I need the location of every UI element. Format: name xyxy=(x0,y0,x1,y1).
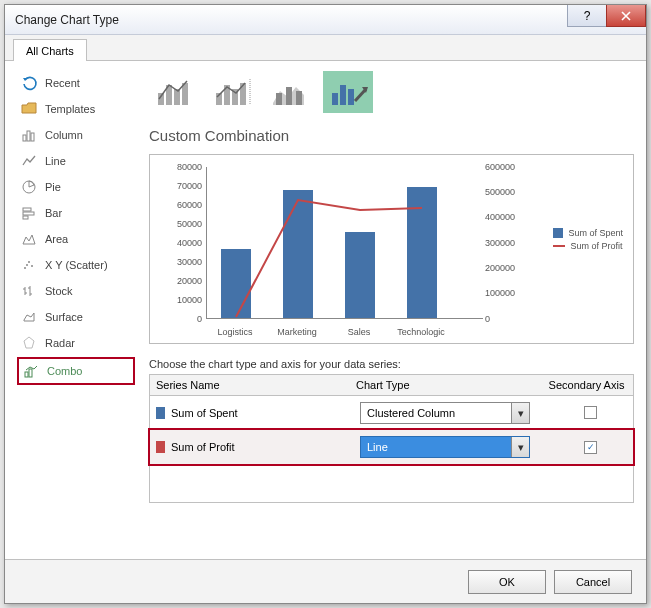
sidebar-item-recent[interactable]: Recent xyxy=(17,71,135,95)
sidebar-item-label: Templates xyxy=(45,103,95,115)
dialog-footer: OK Cancel xyxy=(5,559,646,603)
secondary-axis-checkbox-spent[interactable] xyxy=(584,406,597,419)
legend-label: Sum of Profit xyxy=(570,241,622,251)
choose-series-label: Choose the chart type and axis for your … xyxy=(149,358,634,370)
svg-point-9 xyxy=(31,265,33,267)
svg-rect-22 xyxy=(276,93,282,105)
pie-chart-icon xyxy=(21,179,37,195)
sidebar-item-templates[interactable]: Templates xyxy=(17,97,135,121)
series-grid: Series Name Chart Type Secondary Axis Su… xyxy=(149,374,634,503)
grid-header-type: Chart Type xyxy=(350,375,540,395)
series-row-spent: Sum of Spent Clustered Column ▾ xyxy=(150,396,633,430)
series-name-label: Sum of Profit xyxy=(171,441,235,453)
sidebar-item-label: Line xyxy=(45,155,66,167)
sidebar-item-line[interactable]: Line xyxy=(17,149,135,173)
sidebar-item-label: Bar xyxy=(45,207,62,219)
grid-header-series: Series Name xyxy=(150,375,350,395)
svg-rect-23 xyxy=(286,87,292,105)
line-chart-icon xyxy=(21,153,37,169)
sidebar-item-surface[interactable]: Surface xyxy=(17,305,135,329)
sidebar-item-pie[interactable]: Pie xyxy=(17,175,135,199)
svg-point-10 xyxy=(26,264,28,266)
x-tick-label: Marketing xyxy=(277,327,317,337)
sidebar-item-label: Surface xyxy=(45,311,83,323)
svg-rect-26 xyxy=(340,85,346,105)
y2-tick-label: 200000 xyxy=(485,263,525,273)
sidebar-item-label: Recent xyxy=(45,77,80,89)
sidebar-item-label: Column xyxy=(45,129,83,141)
svg-rect-12 xyxy=(29,369,32,377)
ok-button[interactable]: OK xyxy=(468,570,546,594)
svg-rect-5 xyxy=(23,212,34,215)
x-tick-label: Logistics xyxy=(217,327,252,337)
chart-legend: Sum of Spent Sum of Profit xyxy=(553,225,623,254)
stock-chart-icon xyxy=(21,283,37,299)
chart-type-select-profit[interactable]: Line ▾ xyxy=(360,436,530,458)
column-chart-icon xyxy=(21,127,37,143)
svg-rect-4 xyxy=(23,208,31,211)
series-row-profit: Sum of Profit Line ▾ ✓ xyxy=(150,430,633,464)
bar-chart-icon xyxy=(21,205,37,221)
sidebar-item-label: Radar xyxy=(45,337,75,349)
y-tick-label: 80000 xyxy=(168,162,202,172)
svg-rect-25 xyxy=(332,93,338,105)
area-chart-icon xyxy=(21,231,37,247)
select-value: Line xyxy=(361,441,511,453)
chevron-down-icon: ▾ xyxy=(511,403,529,423)
y2-tick-label: 0 xyxy=(485,314,525,324)
grid-header-axis: Secondary Axis xyxy=(540,375,633,395)
svg-rect-15 xyxy=(174,89,180,105)
legend-swatch-bar xyxy=(553,228,563,238)
svg-rect-0 xyxy=(23,135,26,141)
chevron-down-icon: ▾ xyxy=(511,437,529,457)
y-tick-label: 50000 xyxy=(168,219,202,229)
y2-tick-label: 600000 xyxy=(485,162,525,172)
sidebar-item-combo[interactable]: Combo xyxy=(17,357,135,385)
secondary-axis-checkbox-profit[interactable]: ✓ xyxy=(584,441,597,454)
change-chart-type-dialog: Change Chart Type ? All Charts Recent Te… xyxy=(4,4,647,604)
sidebar-item-stock[interactable]: Stock xyxy=(17,279,135,303)
plot-area xyxy=(206,167,483,319)
main-panel: Custom Combination 80000 70000 60000 500… xyxy=(149,71,634,551)
recent-icon xyxy=(21,75,37,91)
chart-subtitle: Custom Combination xyxy=(149,127,634,144)
subtype-stacked-area-column[interactable] xyxy=(265,71,315,113)
radar-chart-icon xyxy=(21,335,37,351)
series-name-label: Sum of Spent xyxy=(171,407,238,419)
svg-rect-2 xyxy=(31,133,34,141)
subtype-clustered-column-line-secondary[interactable] xyxy=(207,71,257,113)
subtype-row xyxy=(149,71,634,113)
tab-all-charts[interactable]: All Charts xyxy=(13,39,87,61)
sidebar-item-radar[interactable]: Radar xyxy=(17,331,135,355)
window-title: Change Chart Type xyxy=(15,13,568,27)
chart-type-select-spent[interactable]: Clustered Column ▾ xyxy=(360,402,530,424)
surface-chart-icon xyxy=(21,309,37,325)
help-button[interactable]: ? xyxy=(567,5,607,27)
y-tick-label: 0 xyxy=(168,314,202,324)
close-icon xyxy=(621,11,631,21)
svg-rect-27 xyxy=(348,89,354,105)
y2-tick-label: 500000 xyxy=(485,187,525,197)
sidebar-item-column[interactable]: Column xyxy=(17,123,135,147)
y2-tick-label: 300000 xyxy=(485,238,525,248)
sidebar-item-label: Pie xyxy=(45,181,61,193)
x-tick-label: Technologic xyxy=(397,327,445,337)
y2-tick-label: 100000 xyxy=(485,288,525,298)
cancel-button[interactable]: Cancel xyxy=(554,570,632,594)
subtype-custom-combination[interactable] xyxy=(323,71,373,113)
chart-category-sidebar: Recent Templates Column Line Pie Bar xyxy=(17,71,135,551)
sidebar-item-area[interactable]: Area xyxy=(17,227,135,251)
sidebar-item-xy-scatter[interactable]: X Y (Scatter) xyxy=(17,253,135,277)
scatter-chart-icon xyxy=(21,257,37,273)
series-swatch-icon xyxy=(156,407,165,419)
svg-rect-6 xyxy=(23,216,28,219)
y-tick-label: 30000 xyxy=(168,257,202,267)
y2-tick-label: 400000 xyxy=(485,212,525,222)
sidebar-item-bar[interactable]: Bar xyxy=(17,201,135,225)
close-button[interactable] xyxy=(606,5,646,27)
svg-point-7 xyxy=(24,267,26,269)
y-tick-label: 20000 xyxy=(168,276,202,286)
subtype-clustered-column-line[interactable] xyxy=(149,71,199,113)
folder-icon xyxy=(21,101,37,117)
legend-swatch-line xyxy=(553,245,565,247)
